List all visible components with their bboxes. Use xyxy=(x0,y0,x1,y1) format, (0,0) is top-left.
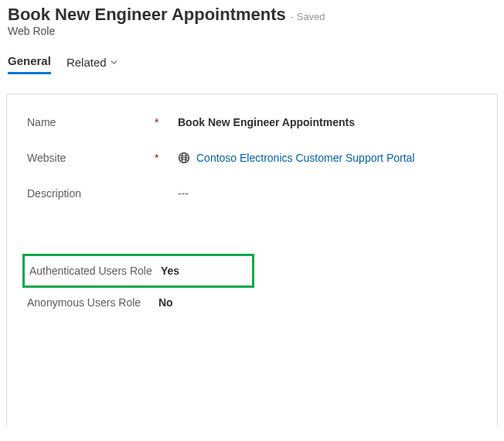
field-name[interactable]: Name * Book New Engineer Appointments xyxy=(27,116,477,128)
field-description-label: Description xyxy=(27,187,155,200)
role-flags-section: Authenticated Users Role Yes Anonymous U… xyxy=(27,254,477,317)
tab-related[interactable]: Related xyxy=(66,54,118,74)
field-name-value: Book New Engineer Appointments xyxy=(178,116,355,128)
field-auth-value: Yes xyxy=(161,265,179,277)
globe-icon xyxy=(178,152,190,164)
field-name-label: Name xyxy=(27,116,155,128)
field-authenticated-users-role[interactable]: Authenticated Users Role Yes xyxy=(22,254,254,288)
tab-general-label: General xyxy=(8,54,51,67)
field-website[interactable]: Website * Contoso Electronics Customer S… xyxy=(27,152,477,164)
required-mark: * xyxy=(155,116,178,128)
entity-type: Web Role xyxy=(8,25,496,37)
field-description-value: --- xyxy=(178,187,189,200)
save-status: - Saved xyxy=(291,11,325,22)
field-anon-value: No xyxy=(158,296,173,309)
field-website-label: Website xyxy=(27,152,155,164)
chevron-down-icon xyxy=(110,56,118,69)
field-anonymous-users-role[interactable]: Anonymous Users Role No xyxy=(22,288,254,317)
tab-general[interactable]: General xyxy=(8,54,51,74)
required-mark: * xyxy=(155,152,178,164)
field-website-link[interactable]: Contoso Electronics Customer Support Por… xyxy=(196,152,414,164)
field-description[interactable]: Description --- xyxy=(27,187,477,200)
field-anon-label: Anonymous Users Role xyxy=(27,296,158,309)
page-title: Book New Engineer Appointments xyxy=(8,5,286,25)
field-website-value: Contoso Electronics Customer Support Por… xyxy=(178,152,414,164)
form-panel: Name * Book New Engineer Appointments We… xyxy=(6,94,498,426)
field-auth-label: Authenticated Users Role xyxy=(29,264,161,278)
tab-related-label: Related xyxy=(66,56,107,69)
page-header: Book New Engineer Appointments - Saved W… xyxy=(0,0,504,40)
tab-bar: General Related xyxy=(0,40,504,75)
